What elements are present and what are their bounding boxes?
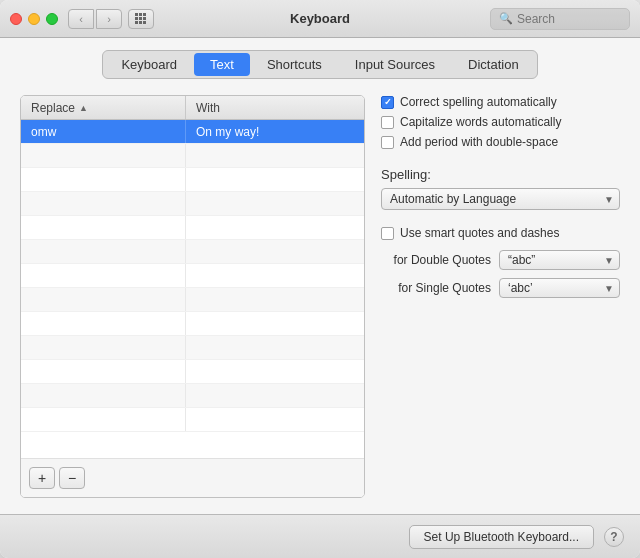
main-content: Replace ▲ With omw On my way! — [0, 79, 640, 514]
close-button[interactable] — [10, 13, 22, 25]
remove-row-button[interactable]: − — [59, 467, 85, 489]
with-cell — [186, 240, 364, 263]
search-input[interactable] — [517, 12, 621, 26]
quotes-section: Use smart quotes and dashes for Double Q… — [381, 226, 620, 306]
with-cell — [186, 192, 364, 215]
single-quotes-row: for Single Quotes ‘abc’ ▼ — [381, 278, 620, 298]
table-row[interactable]: omw On my way! — [21, 120, 364, 144]
search-icon: 🔍 — [499, 12, 513, 25]
table-row[interactable] — [21, 144, 364, 168]
keyboard-window: ‹ › Keyboard 🔍 Keyboard Text — [0, 0, 640, 558]
replace-cell — [21, 360, 186, 383]
replace-cell — [21, 312, 186, 335]
table-row[interactable] — [21, 312, 364, 336]
tab-shortcuts[interactable]: Shortcuts — [251, 53, 338, 76]
replace-cell — [21, 240, 186, 263]
capitalize-words-label: Capitalize words automatically — [400, 115, 561, 129]
capitalize-words-row: Capitalize words automatically — [381, 115, 620, 129]
svg-rect-0 — [135, 13, 138, 16]
with-cell: On my way! — [186, 120, 364, 143]
replace-column-header: Replace ▲ — [21, 96, 186, 119]
with-cell — [186, 336, 364, 359]
replace-cell — [21, 144, 186, 167]
grid-button[interactable] — [128, 9, 154, 29]
tab-keyboard[interactable]: Keyboard — [105, 53, 193, 76]
double-quotes-dropdown[interactable]: “abc” — [499, 250, 620, 270]
text-replacement-table: Replace ▲ With omw On my way! — [20, 95, 365, 498]
table-footer: + − — [21, 458, 364, 497]
help-button[interactable]: ? — [604, 527, 624, 547]
svg-rect-2 — [143, 13, 146, 16]
svg-rect-6 — [135, 21, 138, 24]
table-row[interactable] — [21, 216, 364, 240]
options-panel: Correct spelling automatically Capitaliz… — [381, 95, 620, 498]
replace-cell — [21, 384, 186, 407]
add-period-row: Add period with double-space — [381, 135, 620, 149]
table-row[interactable] — [21, 240, 364, 264]
spelling-dropdown[interactable]: Automatic by Language — [381, 188, 620, 210]
maximize-button[interactable] — [46, 13, 58, 25]
smart-quotes-checkbox[interactable] — [381, 227, 394, 240]
replace-cell — [21, 408, 186, 431]
with-cell — [186, 312, 364, 335]
replace-cell — [21, 264, 186, 287]
search-bar[interactable]: 🔍 — [490, 8, 630, 30]
correct-spelling-row: Correct spelling automatically — [381, 95, 620, 109]
with-column-header: With — [186, 96, 364, 119]
table-row[interactable] — [21, 264, 364, 288]
table-header: Replace ▲ With — [21, 96, 364, 120]
table-row[interactable] — [21, 408, 364, 432]
tab-dictation[interactable]: Dictation — [452, 53, 535, 76]
with-cell — [186, 360, 364, 383]
smart-quotes-row: Use smart quotes and dashes — [381, 226, 620, 240]
add-period-label: Add period with double-space — [400, 135, 558, 149]
add-period-checkbox[interactable] — [381, 136, 394, 149]
with-cell — [186, 168, 364, 191]
svg-rect-7 — [139, 21, 142, 24]
replace-cell — [21, 336, 186, 359]
title-bar: ‹ › Keyboard 🔍 — [0, 0, 640, 38]
replace-cell — [21, 192, 186, 215]
capitalize-words-checkbox[interactable] — [381, 116, 394, 129]
correct-spelling-checkbox[interactable] — [381, 96, 394, 109]
bluetooth-keyboard-button[interactable]: Set Up Bluetooth Keyboard... — [409, 525, 594, 549]
add-row-button[interactable]: + — [29, 467, 55, 489]
svg-rect-1 — [139, 13, 142, 16]
table-row[interactable] — [21, 288, 364, 312]
double-quotes-label: for Double Quotes — [381, 253, 491, 267]
double-quotes-dropdown-wrap: “abc” ▼ — [499, 250, 620, 270]
table-row[interactable] — [21, 384, 364, 408]
table-row[interactable] — [21, 336, 364, 360]
table-row[interactable] — [21, 192, 364, 216]
svg-rect-8 — [143, 21, 146, 24]
minimize-button[interactable] — [28, 13, 40, 25]
spelling-section-label: Spelling: — [381, 167, 620, 182]
with-cell — [186, 264, 364, 287]
tab-input-sources[interactable]: Input Sources — [339, 53, 451, 76]
single-quotes-dropdown[interactable]: ‘abc’ — [499, 278, 620, 298]
replace-cell — [21, 288, 186, 311]
svg-rect-3 — [135, 17, 138, 20]
table-row[interactable] — [21, 168, 364, 192]
tabs-container: Keyboard Text Shortcuts Input Sources Di… — [0, 38, 640, 79]
spelling-dropdown-container: Automatic by Language ▼ — [381, 188, 620, 210]
tabs: Keyboard Text Shortcuts Input Sources Di… — [102, 50, 537, 79]
table-row[interactable] — [21, 360, 364, 384]
window-title: Keyboard — [290, 11, 350, 26]
tab-text[interactable]: Text — [194, 53, 250, 76]
replace-cell — [21, 168, 186, 191]
nav-buttons: ‹ › — [68, 9, 122, 29]
with-cell — [186, 216, 364, 239]
back-button[interactable]: ‹ — [68, 9, 94, 29]
svg-rect-4 — [139, 17, 142, 20]
traffic-lights — [10, 13, 58, 25]
forward-button[interactable]: › — [96, 9, 122, 29]
with-cell — [186, 408, 364, 431]
replace-cell: omw — [21, 120, 186, 143]
svg-rect-5 — [143, 17, 146, 20]
with-cell — [186, 384, 364, 407]
correct-spelling-label: Correct spelling automatically — [400, 95, 557, 109]
single-quotes-label: for Single Quotes — [381, 281, 491, 295]
table-body: omw On my way! — [21, 120, 364, 458]
single-quotes-dropdown-wrap: ‘abc’ ▼ — [499, 278, 620, 298]
